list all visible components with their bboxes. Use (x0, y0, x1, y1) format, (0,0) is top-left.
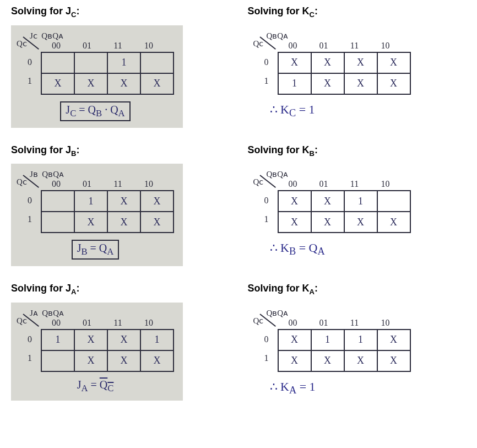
cell: X (107, 350, 140, 371)
heading-ja-sub: A (71, 288, 76, 296)
heading-ka: Solving for KA: (248, 283, 466, 296)
kmap-kc-box: QʙQᴀ Qᴄ 00 01 11 10 0 1 X X (248, 25, 420, 126)
rh-0: 0 (28, 191, 32, 210)
heading-colon: : (76, 6, 79, 17)
cell: X (107, 330, 140, 350)
row-a: Solving for JA: Jᴀ QʙQᴀ Qᴄ 00 01 11 10 0… (11, 283, 466, 403)
ch-01: 01 (72, 41, 102, 51)
cell: X (140, 191, 174, 212)
table-row: X X X X (278, 350, 410, 371)
kmap-jc-rowlabels: 0 1 (28, 53, 32, 90)
cell: 1 (74, 191, 107, 212)
cell: X (344, 350, 377, 371)
kmap-ja-colheaders: 00 01 11 10 (41, 318, 164, 328)
heading-ka-sub: A (310, 288, 315, 296)
kmap-ja-var: Jᴀ QʙQᴀ (30, 309, 64, 317)
heading-ja: Solving for JA: (11, 283, 229, 296)
heading-kb-sub: B (310, 149, 315, 157)
ch-11: 11 (102, 179, 133, 189)
cell (41, 191, 74, 212)
result-ja-text: JA = QC (77, 379, 114, 391)
cell: X (140, 350, 174, 371)
heading-jb-text: Solving for J (11, 144, 71, 155)
col-jc: Solving for JC: Jᴄ QʙQᴀ Qᴄ 00 01 11 10 0… (11, 6, 229, 128)
cell: X (311, 212, 344, 233)
cell (140, 52, 174, 73)
kmap-jb-box: Jʙ QʙQᴀ Qᴄ 00 01 11 10 0 1 1 (11, 164, 183, 266)
col-kc: Solving for KC: QʙQᴀ Qᴄ 00 01 11 10 0 1 (248, 6, 466, 128)
ch-10: 10 (370, 318, 401, 328)
cell: X (311, 191, 344, 212)
kmap-kc-rowlabels: 0 1 (264, 53, 269, 90)
ch-10: 10 (370, 41, 401, 51)
cell (41, 212, 74, 233)
cell: X (140, 212, 174, 233)
ch-00: 00 (41, 318, 72, 328)
ch-11: 11 (102, 41, 133, 51)
kmap-kc-side: Qᴄ (253, 40, 264, 48)
cell: X (377, 350, 410, 371)
kmap-ka-colheaders: 00 01 11 10 (278, 318, 401, 328)
rh-0: 0 (264, 53, 269, 72)
rh-1: 1 (264, 72, 269, 90)
rh-1: 1 (264, 210, 269, 229)
cell: X (278, 350, 311, 371)
kmap-kb-var: QʙQᴀ (267, 170, 289, 179)
ch-10: 10 (133, 179, 164, 189)
result-jb-text: JB = QA (72, 240, 120, 260)
cell: X (278, 212, 311, 233)
ch-00: 00 (278, 179, 308, 189)
ch-11: 11 (339, 179, 370, 189)
cell: X (344, 212, 377, 233)
kmap-jc-box: Jᴄ QʙQᴀ Qᴄ 00 01 11 10 0 1 (11, 25, 183, 128)
table-row: 1 X X 1 (41, 330, 174, 350)
cell (377, 191, 410, 212)
result-ka: ∴ KA = 1 (270, 380, 411, 396)
heading-jb: Solving for JB: (11, 144, 229, 158)
rh-1: 1 (28, 72, 32, 90)
kmap-jb-var: Jʙ QʙQᴀ (30, 170, 64, 179)
cell: 1 (344, 191, 377, 212)
kmap-kc-colheaders: 00 01 11 10 (278, 41, 401, 51)
ch-10: 10 (133, 41, 164, 51)
heading-jc: Solving for JC: (11, 6, 229, 19)
cell: X (377, 73, 410, 94)
table-row: 1 X X (41, 191, 174, 212)
table-row: X X X X (41, 73, 174, 94)
kmap-jc-side: Qᴄ (17, 40, 27, 48)
kmap-kc-var: QʙQᴀ (267, 32, 289, 40)
ch-00: 00 (41, 179, 72, 189)
col-ka: Solving for KA: QʙQᴀ Qᴄ 00 01 11 10 0 1 (248, 283, 466, 403)
result-ja: JA = QC (17, 379, 174, 394)
cell: 1 (311, 330, 344, 350)
cell: X (278, 191, 311, 212)
table-row: X X 1 (278, 191, 410, 212)
result-kc: ∴ KC = 1 (270, 102, 411, 119)
kmap-ka-table: X 1 1 X X X X X (278, 329, 411, 372)
ch-11: 11 (339, 318, 370, 328)
kmap-ja-box: Jᴀ QʙQᴀ Qᴄ 00 01 11 10 0 1 1 (11, 303, 183, 401)
heading-jc-text: Solving for J (11, 6, 71, 17)
table-row: X X X X (278, 52, 410, 73)
kmap-kc-table: X X X X 1 X X X (278, 52, 411, 95)
ch-10: 10 (133, 318, 164, 328)
heading-kb-text: Solving for K (248, 144, 310, 155)
col-jb: Solving for JB: Jʙ QʙQᴀ Qᴄ 00 01 11 10 0… (11, 144, 229, 267)
kmap-kb-side: Qᴄ (253, 178, 264, 186)
kmap-ja-side: Qᴄ (17, 317, 27, 325)
kmap-jb-table: 1 X X X X X (41, 190, 174, 233)
table-row: X 1 1 X (278, 330, 410, 350)
cell: 1 (344, 330, 377, 350)
kmap-ja-table: 1 X X 1 X X X (41, 329, 174, 372)
heading-colon: : (315, 144, 318, 155)
cell (41, 350, 74, 371)
heading-jc-sub: C (71, 10, 76, 19)
cell: 1 (140, 330, 174, 350)
result-jc-text: JC = QB · QA (60, 101, 130, 121)
cell: X (140, 73, 174, 94)
ch-01: 01 (72, 318, 102, 328)
heading-kc-sub: C (310, 10, 315, 19)
heading-jb-sub: B (71, 149, 76, 157)
heading-colon: : (76, 283, 79, 294)
cell: X (278, 52, 311, 73)
